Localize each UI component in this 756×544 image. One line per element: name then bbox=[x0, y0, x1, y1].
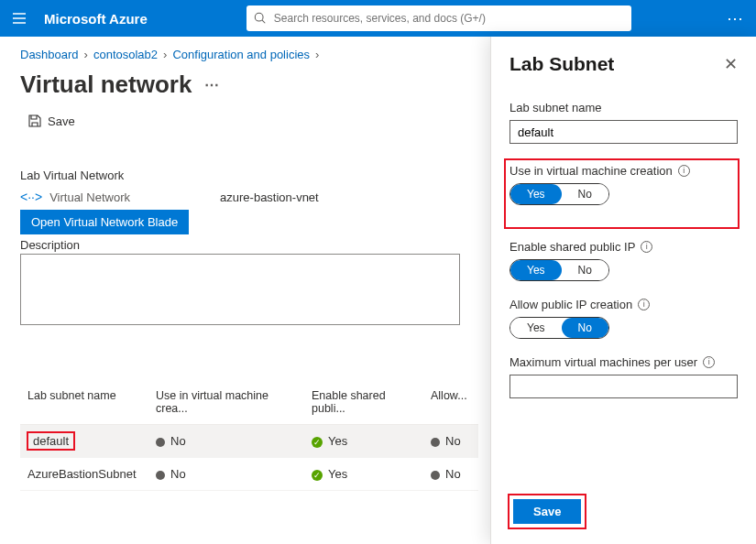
enable-shared-label: Enable shared public IP i bbox=[509, 240, 738, 254]
panel-save-wrap: Save bbox=[509, 495, 585, 528]
table-row[interactable]: default No ✓Yes No bbox=[20, 425, 478, 458]
th-subnet-name[interactable]: Lab subnet name bbox=[20, 380, 148, 424]
use-vm-label: Use in virtual machine creation i bbox=[509, 164, 732, 178]
th-shared-ip[interactable]: Enable shared publi... bbox=[304, 380, 423, 424]
use-vm-toggle[interactable]: Yes No bbox=[509, 183, 609, 205]
chevron-right-icon: › bbox=[163, 48, 167, 61]
panel-save-button[interactable]: Save bbox=[513, 499, 581, 524]
subnet-table: Lab subnet name Use in virtual machine c… bbox=[20, 380, 478, 491]
cell-subnet-name: default bbox=[27, 432, 74, 450]
use-vm-no[interactable]: No bbox=[562, 184, 608, 204]
open-vnet-blade-button[interactable]: Open Virtual Network Blade bbox=[20, 210, 189, 234]
max-vm-label: Maximum virtual machines per user i bbox=[509, 355, 738, 369]
lab-subnet-panel: Lab Subnet ✕ Lab subnet name Use in virt… bbox=[490, 37, 756, 544]
info-icon[interactable]: i bbox=[678, 165, 690, 177]
table-header: Lab subnet name Use in virtual machine c… bbox=[20, 380, 478, 425]
brand-label: Microsoft Azure bbox=[44, 11, 148, 27]
breadcrumb-config-policies[interactable]: Configuration and policies bbox=[172, 48, 310, 61]
breadcrumb-contosolab2[interactable]: contosolab2 bbox=[93, 48, 158, 61]
allow-public-label: Allow public IP creation i bbox=[509, 298, 738, 311]
page-title-text: Virtual network bbox=[20, 71, 192, 99]
cell-subnet-name: AzureBastionSubnet bbox=[20, 458, 148, 490]
description-textarea[interactable] bbox=[20, 254, 460, 325]
allow-public-no[interactable]: No bbox=[562, 318, 608, 338]
subnet-name-label: Lab subnet name bbox=[509, 101, 738, 114]
cell-allow: No bbox=[423, 425, 478, 457]
use-vm-creation-group: Use in virtual machine creation i Yes No bbox=[506, 160, 738, 227]
global-search[interactable] bbox=[247, 5, 631, 31]
enable-shared-toggle[interactable]: Yes No bbox=[509, 259, 609, 281]
cell-use-vm: No bbox=[148, 425, 304, 457]
overflow-menu-icon[interactable]: ⋯ bbox=[727, 8, 745, 28]
info-icon[interactable]: i bbox=[703, 356, 715, 368]
close-icon[interactable]: ✕ bbox=[724, 54, 738, 74]
allow-public-yes[interactable]: Yes bbox=[510, 318, 562, 338]
hamburger-menu-icon[interactable] bbox=[11, 10, 27, 27]
chevron-right-icon: › bbox=[84, 48, 88, 61]
enable-shared-no[interactable]: No bbox=[562, 260, 608, 280]
vnet-label: Virtual Network bbox=[49, 190, 130, 204]
status-dot-icon bbox=[156, 438, 165, 447]
search-icon bbox=[254, 12, 267, 25]
chevron-right-icon: › bbox=[315, 48, 319, 61]
status-dot-icon bbox=[431, 438, 440, 447]
panel-title: Lab Subnet bbox=[509, 53, 614, 75]
status-check-icon: ✓ bbox=[312, 470, 323, 481]
use-vm-yes[interactable]: Yes bbox=[510, 184, 562, 204]
info-icon[interactable]: i bbox=[638, 299, 650, 310]
status-check-icon: ✓ bbox=[312, 437, 323, 448]
enable-shared-yes[interactable]: Yes bbox=[510, 260, 562, 280]
max-vm-input[interactable] bbox=[509, 375, 738, 398]
title-overflow-icon[interactable]: ⋯ bbox=[204, 76, 220, 93]
th-allow[interactable]: Allow... bbox=[423, 380, 478, 424]
vnet-value: azure-bastion-vnet bbox=[220, 190, 319, 204]
info-icon[interactable]: i bbox=[641, 241, 652, 253]
cell-shared-ip: ✓Yes bbox=[304, 458, 423, 490]
status-dot-icon bbox=[156, 471, 165, 480]
save-icon bbox=[27, 114, 42, 128]
cell-allow: No bbox=[423, 458, 478, 490]
top-bar: Microsoft Azure ⋯ bbox=[0, 0, 756, 37]
th-use-vm[interactable]: Use in virtual machine crea... bbox=[148, 380, 304, 424]
vnet-icon: <··> bbox=[20, 190, 42, 204]
cell-use-vm: No bbox=[148, 458, 304, 490]
status-dot-icon bbox=[431, 471, 440, 480]
table-row[interactable]: AzureBastionSubnet No ✓Yes No bbox=[20, 458, 478, 491]
breadcrumb-dashboard[interactable]: Dashboard bbox=[20, 48, 79, 61]
save-button-label: Save bbox=[48, 114, 75, 128]
subnet-name-input[interactable] bbox=[509, 120, 738, 144]
search-input[interactable] bbox=[274, 12, 624, 25]
svg-point-0 bbox=[255, 13, 263, 21]
save-button[interactable]: Save bbox=[20, 110, 82, 132]
allow-public-toggle[interactable]: Yes No bbox=[509, 317, 609, 339]
cell-shared-ip: ✓Yes bbox=[304, 425, 423, 457]
